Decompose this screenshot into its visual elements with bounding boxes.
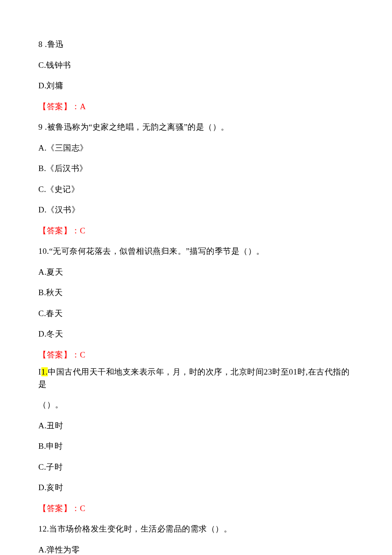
- q10-option-c: C.春天: [38, 308, 354, 320]
- q11-highlight: 1.: [41, 367, 48, 376]
- q8-option-b-text: 鲁迅: [47, 40, 64, 49]
- q11-stem-line2: （）。: [38, 399, 354, 411]
- document-page: 8 .鲁迅 C.钱钟书 D.刘墉 【答案】：A 9 .被鲁迅称为“史家之绝唱，无…: [0, 0, 392, 555]
- q10-option-b: B.秋天: [38, 287, 354, 299]
- q8-option-b-line: 8 .鲁迅: [38, 38, 354, 51]
- q8-answer-label: 【答案】：: [38, 102, 80, 111]
- q10-option-a: A.夏天: [38, 266, 354, 279]
- q8-answer: 【答案】：A: [38, 101, 354, 113]
- q9-stem-line: 9 .被鲁迅称为“史家之绝唱，无韵之离骚”的是（）。: [38, 121, 354, 134]
- q9-option-c: C.《史记》: [38, 183, 354, 196]
- q10-answer: 【答案】：C: [38, 349, 354, 361]
- q11-answer-value: C: [80, 504, 86, 513]
- q8-option-c: C.钱钟书: [38, 59, 354, 72]
- q10-option-d: D.冬天: [38, 328, 354, 340]
- q12-stem: 12.当市场价格发生变化时，生活必需品的需求（）。: [38, 523, 354, 535]
- q9-number: 9 .: [38, 121, 47, 134]
- q9-answer-value: C: [80, 226, 86, 235]
- q8-option-d: D.刘墉: [38, 80, 354, 92]
- q11-stem-part1: 中国古代用天干和地支来表示年，月，时的次序，北京时间23时至01时,在古代指的是: [38, 367, 349, 389]
- q11-option-a: A.丑时: [38, 420, 354, 432]
- q9-answer: 【答案】：C: [38, 225, 354, 237]
- q9-option-d: D.《汉书》: [38, 204, 354, 216]
- q11-stem-line1: I1.中国古代用天干和地支来表示年，月，时的次序，北京时间23时至01时,在古代…: [38, 366, 354, 390]
- q9-option-b: B.《后汉书》: [38, 163, 354, 175]
- q9-stem: 被鲁迅称为“史家之绝唱，无韵之离骚”的是（）。: [47, 122, 229, 131]
- q11-option-b: B.申时: [38, 440, 354, 453]
- q11-option-c: C.子时: [38, 461, 354, 474]
- q10-stem: 10.“无可奈何花落去，似曾相识燕归来。”描写的季节是（）。: [38, 245, 354, 258]
- q11-answer-label: 【答案】：: [38, 504, 80, 513]
- q12-option-a: A.弹性为零: [38, 544, 354, 555]
- q9-option-a: A.《三国志》: [38, 142, 354, 154]
- q10-answer-label: 【答案】：: [38, 350, 80, 359]
- q11-answer: 【答案】：C: [38, 503, 354, 515]
- q8-answer-value: A: [80, 102, 86, 111]
- q11-option-d: D.亥时: [38, 482, 354, 494]
- q10-answer-value: C: [80, 350, 86, 359]
- q11-prefix: I: [38, 367, 41, 376]
- q8-number: 8 .: [38, 38, 47, 51]
- q9-answer-label: 【答案】：: [38, 226, 80, 235]
